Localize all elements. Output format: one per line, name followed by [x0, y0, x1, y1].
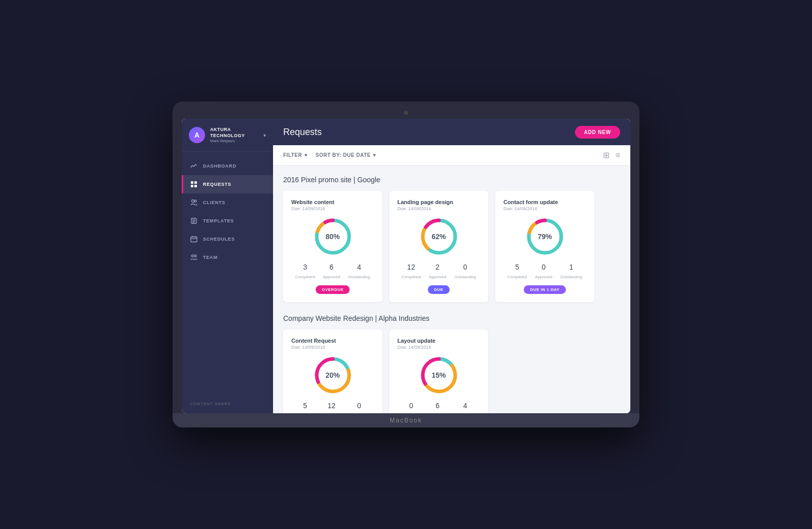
- sidebar-footer: CONTENT SNARE: [182, 394, 273, 413]
- card-due: Due: 14/09/2016: [503, 206, 586, 211]
- svg-point-15: [194, 255, 196, 257]
- laptop-brand: MacBook: [390, 417, 422, 424]
- stat-completed-value: 5: [295, 402, 315, 410]
- donut-percent: 15%: [431, 371, 446, 379]
- donut-percent: 79%: [537, 233, 552, 241]
- donut-chart: 79%: [525, 216, 565, 257]
- stat-completed-label: Completed: [401, 275, 421, 279]
- sidebar-item-clients[interactable]: CLIENTS: [182, 193, 273, 212]
- toolbar-right: ⊞ ≡: [603, 150, 620, 160]
- request-card[interactable]: Content Request Due: 14/09/2016 20% 5 Co…: [283, 329, 382, 413]
- stat-outstanding-value: 0: [454, 263, 476, 271]
- project-group: 2016 Pixel promo site | Google Website c…: [283, 176, 620, 302]
- sidebar: A AKTURA TECHNOLOGY Mark Beljaars ▾ DASH…: [182, 119, 273, 413]
- stat-outstanding-label: Outstanding: [348, 275, 370, 279]
- card-stats: 3 Completed 6 Approved 4 Outstanding: [291, 263, 374, 280]
- donut-chart: 62%: [419, 216, 459, 257]
- sidebar-item-label: TEAM: [203, 255, 218, 260]
- donut-chart: 15%: [419, 355, 459, 395]
- sidebar-item-label: DASHBOARD: [203, 163, 236, 169]
- svg-point-4: [192, 200, 194, 203]
- sidebar-item-requests[interactable]: REQUESTS: [182, 175, 273, 193]
- stat-approved-value: 12: [323, 402, 340, 410]
- main-content: Requests ADD NEW FILTER ▾ SORT BY: DUE D…: [273, 119, 630, 413]
- card-due: Due: 14/09/2016: [397, 206, 480, 211]
- stat-approved-value: 2: [429, 263, 446, 271]
- request-card[interactable]: Website content Due: 14/09/2016 80% 3 Co…: [283, 191, 382, 302]
- stat-outstanding-value: 4: [348, 263, 370, 271]
- card-badge: DUE: [397, 285, 480, 294]
- donut-chart: 80%: [313, 216, 353, 257]
- project-group: Company Website Redesign | Alpha Industr…: [283, 314, 620, 413]
- card-due: Due: 14/09/2016: [291, 345, 374, 350]
- donut-wrapper: 62%: [397, 216, 480, 257]
- status-badge: DUE: [428, 285, 449, 294]
- grid-icon: [190, 180, 198, 188]
- project-title: 2016 Pixel promo site | Google: [283, 176, 620, 184]
- content-area: 2016 Pixel promo site | Google Website c…: [273, 166, 630, 413]
- filter-label: FILTER: [283, 152, 302, 158]
- laptop-screen: A AKTURA TECHNOLOGY Mark Beljaars ▾ DASH…: [182, 119, 630, 413]
- stat-approved-label: Approved: [429, 275, 446, 279]
- stat-approved: 6 Approved: [429, 402, 446, 413]
- topbar: Requests ADD NEW: [273, 119, 630, 145]
- request-card[interactable]: Contact form update Due: 14/09/2016 79% …: [495, 191, 594, 302]
- grid-view-icon[interactable]: ⊞: [603, 150, 610, 160]
- card-title: Content Request: [291, 338, 374, 344]
- svg-rect-1: [194, 181, 197, 184]
- donut-wrapper: 80%: [291, 216, 374, 257]
- donut-wrapper: 79%: [503, 216, 586, 257]
- stat-outstanding: 0 Outstanding: [454, 263, 476, 280]
- filter-button[interactable]: FILTER ▾: [283, 152, 308, 158]
- stat-approved-value: 6: [429, 402, 446, 410]
- stat-completed-value: 0: [401, 402, 421, 410]
- card-title: Contact form update: [503, 199, 586, 205]
- stat-completed-value: 3: [295, 263, 315, 271]
- donut-percent: 62%: [431, 233, 446, 241]
- sidebar-item-schedules[interactable]: SCHEDULES: [182, 230, 273, 248]
- request-card[interactable]: Layout update Due: 14/09/2016 15% 0 Comp…: [389, 329, 488, 413]
- brand-info: AKTURA TECHNOLOGY Mark Beljaars: [210, 127, 258, 143]
- donut-wrapper: 15%: [397, 355, 480, 395]
- stat-approved-label: Approved: [323, 275, 340, 279]
- brand-arrow-icon: ▾: [263, 133, 266, 138]
- stat-completed-label: Completed: [507, 275, 527, 279]
- svg-rect-3: [194, 185, 197, 187]
- chart-icon: [190, 162, 198, 170]
- svg-point-5: [194, 200, 196, 202]
- card-badge: OVERDUE: [291, 285, 374, 294]
- project-title: Company Website Redesign | Alpha Industr…: [283, 314, 620, 322]
- stat-completed-value: 5: [507, 263, 527, 271]
- sidebar-item-team[interactable]: TEAM: [182, 248, 273, 267]
- stat-outstanding-value: 4: [454, 402, 476, 410]
- sort-button[interactable]: SORT BY: DUE DATE ▾: [316, 152, 376, 158]
- sort-arrow-icon: ▾: [373, 152, 376, 158]
- cards-grid: Website content Due: 14/09/2016 80% 3 Co…: [283, 191, 620, 302]
- card-stats: 0 Completed 6 Approved 4 Outstanding: [397, 402, 480, 413]
- brand-logo: A: [189, 127, 205, 143]
- card-title: Layout update: [397, 338, 480, 344]
- sidebar-item-templates[interactable]: TEMPLATES: [182, 212, 273, 230]
- stat-approved: 2 Approved: [429, 263, 446, 280]
- stat-completed: 3 Completed: [295, 263, 315, 280]
- list-view-icon[interactable]: ≡: [616, 151, 620, 160]
- stat-outstanding-value: 0: [348, 402, 370, 410]
- toolbar: FILTER ▾ SORT BY: DUE DATE ▾ ⊞ ≡: [273, 145, 630, 166]
- stat-approved-value: 6: [323, 263, 340, 271]
- svg-rect-10: [191, 237, 197, 242]
- sidebar-item-dashboard[interactable]: DASHBOARD: [182, 157, 273, 175]
- page-title: Requests: [283, 127, 575, 138]
- stat-completed: 0 Completed: [401, 402, 421, 413]
- stat-approved-label: Approved: [535, 275, 552, 279]
- card-due: Due: 14/09/2016: [397, 345, 480, 350]
- sidebar-item-label: SCHEDULES: [203, 237, 235, 242]
- request-card[interactable]: Landing page design Due: 14/09/2016 62% …: [389, 191, 488, 302]
- stat-approved: 12 Approved: [323, 402, 340, 413]
- status-badge: DUE IN 1 DAY: [524, 285, 565, 294]
- add-new-button[interactable]: ADD NEW: [575, 126, 620, 139]
- stat-completed: 5 Completed: [507, 263, 527, 280]
- team-icon: [190, 253, 198, 261]
- sidebar-item-label: REQUESTS: [203, 182, 231, 187]
- sidebar-brand[interactable]: A AKTURA TECHNOLOGY Mark Beljaars ▾: [182, 119, 273, 152]
- stat-outstanding: 4 Outstanding: [348, 263, 370, 280]
